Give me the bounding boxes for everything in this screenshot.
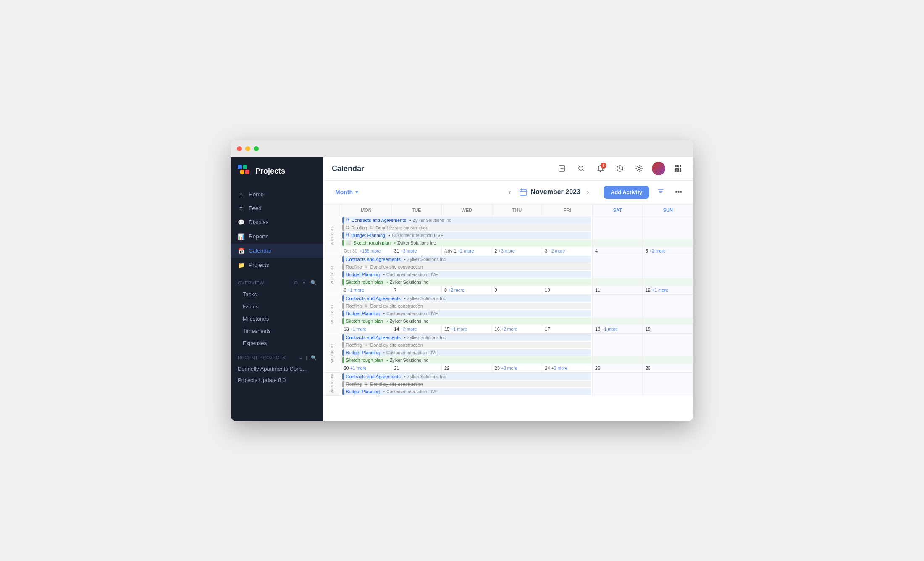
more-link[interactable]: +1 more (350, 366, 367, 371)
event-bar[interactable]: Sketch rough plan • Zylker Solutions Inc (342, 279, 592, 285)
event-bar[interactable]: ⬜ Sketch rough plan • Zylker Solutions I… (342, 240, 592, 246)
sidebar-item-expenses[interactable]: Expenses (231, 337, 323, 349)
clock-icon[interactable] (613, 162, 627, 175)
event-bar[interactable]: Budget Planning • Customer interaction L… (342, 310, 592, 317)
sun-empty3 (643, 310, 693, 317)
recent-item-donnelly[interactable]: Donnelly Apartments Cons… (231, 363, 323, 374)
prev-month-button[interactable]: ‹ (504, 186, 516, 198)
event-bar[interactable]: Sketch rough plan • Zylker Solutions Inc (342, 357, 592, 363)
more-link[interactable]: +1 more (348, 287, 364, 292)
notifications-icon[interactable]: 8 (594, 162, 607, 175)
sidebar-item-discuss[interactable]: 💬 Discuss (231, 215, 323, 229)
event-budget-w45[interactable]: ⠿ Budget Planning • Customer interaction… (341, 232, 593, 239)
close-button[interactable] (237, 146, 242, 151)
filter-icon[interactable] (654, 186, 667, 198)
more-link[interactable]: +2 more (501, 327, 517, 332)
event-roofing-w48[interactable]: Roofing ⇅ Donelley site construction (341, 341, 593, 349)
event-roofing-w46[interactable]: Roofing ⇅ Donelley site construction (341, 263, 593, 271)
sidebar-item-milestones[interactable]: Milestones (231, 313, 323, 325)
more-link[interactable]: +3 more (551, 366, 568, 371)
event-budget-w47[interactable]: Budget Planning • Customer interaction L… (341, 310, 593, 317)
event-bar[interactable]: Roofing ⇅ Donelley site construction (342, 303, 592, 309)
event-bar[interactable]: Contracts and Agreements • Zylker Soluti… (342, 295, 592, 302)
sidebar-item-feed[interactable]: ≡ Feed (231, 201, 323, 215)
add-activity-button[interactable]: Add Activity (604, 186, 649, 199)
recent-search-icon[interactable]: 🔍 (311, 355, 317, 361)
more-link[interactable]: +1 more (451, 327, 467, 332)
sidebar-item-issues[interactable]: Issues (231, 300, 323, 313)
event-budget-w46[interactable]: Budget Planning • Customer interaction L… (341, 271, 593, 278)
event-roofing-w49[interactable]: Roofing ⇅ Donelley site construction (341, 380, 593, 388)
reports-icon: 📊 (238, 233, 244, 240)
recent-item-projects-update[interactable]: Projects Update 8.0 (231, 374, 323, 386)
more-link[interactable]: +2 more (549, 248, 565, 253)
sidebar-item-home[interactable]: ⌂ Home (231, 187, 323, 201)
event-contracts-w46[interactable]: Contracts and Agreements • Zylker Soluti… (341, 255, 593, 263)
more-link[interactable]: +3 more (499, 248, 515, 253)
event-bar[interactable]: ⠿ Budget Planning • Customer interaction… (342, 232, 592, 239)
more-link[interactable]: +1 more (652, 287, 668, 292)
event-bar[interactable]: Contracts and Agreements • Zylker Soluti… (342, 334, 592, 341)
more-link[interactable]: +1 more (350, 327, 367, 332)
settings-icon[interactable]: ≡ (299, 355, 302, 361)
sidebar-item-tasks[interactable]: Tasks (231, 288, 323, 300)
sidebar-nav: ⌂ Home ≡ Feed 💬 Discuss 📊 Reports 📅 (231, 186, 323, 274)
more-link[interactable]: +2 more (458, 248, 474, 253)
event-roofing-w45[interactable]: ⠿ Roofing ⇅ Donelley site construction (341, 224, 593, 232)
event-contracts-w47[interactable]: Contracts and Agreements • Zylker Soluti… (341, 294, 593, 302)
calendar-today-icon[interactable] (517, 186, 529, 198)
maximize-button[interactable] (254, 146, 259, 151)
event-bar[interactable]: Roofing ⇅ Donelley site construction (342, 342, 592, 348)
more-link[interactable]: +2 more (448, 287, 465, 292)
more-options-icon[interactable]: ••• (672, 187, 685, 198)
recent-section-actions: ≡ | 🔍 (299, 355, 317, 361)
event-bar[interactable]: ⠿ Contracts and Agreements • Zylker Solu… (342, 217, 592, 224)
event-bar[interactable]: ⠿ Roofing ⇅ Donelley site construction (342, 224, 592, 231)
event-bar[interactable]: Roofing ⇅ Donelley site construction (342, 263, 592, 270)
event-sketch-w46[interactable]: Sketch rough plan • Zylker Solutions Inc (341, 278, 593, 286)
next-month-button[interactable]: › (582, 186, 594, 198)
chevron-down-icon[interactable]: ▼ (302, 280, 307, 286)
settings-icon[interactable] (633, 162, 646, 175)
more-link[interactable]: +3 more (501, 366, 517, 371)
more-link[interactable]: +2 more (649, 248, 666, 253)
sort-icon: ⇅ (364, 382, 368, 386)
event-roofing-w47[interactable]: Roofing ⇅ Donelley site construction (341, 302, 593, 310)
day-25: 25 (593, 364, 643, 373)
drag-handle-icon: ⠿ (346, 225, 349, 230)
event-bar[interactable]: Roofing ⇅ Donelley site construction (342, 381, 592, 387)
more-link[interactable]: +138 more (360, 248, 381, 253)
avatar[interactable] (652, 162, 665, 175)
event-sketch-w45[interactable]: ⬜ Sketch rough plan • Zylker Solutions I… (341, 239, 593, 247)
event-bar[interactable]: Budget Planning • Customer interaction L… (342, 349, 592, 356)
event-company: Zylker Solutions Inc (390, 279, 428, 284)
calendar-table: MON TUE WED THU FRI SAT SUN (323, 204, 693, 396)
event-contracts-w48[interactable]: Contracts and Agreements • Zylker Soluti… (341, 333, 593, 341)
event-bar[interactable]: Budget Planning • Customer interaction L… (342, 388, 592, 395)
search-icon[interactable] (575, 162, 588, 175)
event-sketch-w47[interactable]: Sketch rough plan • Zylker Solutions Inc (341, 317, 593, 325)
add-icon[interactable] (555, 162, 569, 175)
event-contracts-w45[interactable]: ⠿ Contracts and Agreements • Zylker Solu… (341, 216, 593, 224)
sidebar-item-reports[interactable]: 📊 Reports (231, 229, 323, 244)
event-bar[interactable]: Contracts and Agreements • Zylker Soluti… (342, 256, 592, 263)
view-selector[interactable]: Month ▼ (332, 187, 362, 197)
more-link[interactable]: +1 more (601, 327, 618, 332)
sidebar-item-timesheets[interactable]: Timesheets (231, 325, 323, 337)
minimize-button[interactable] (245, 146, 250, 151)
event-bar[interactable]: Budget Planning • Customer interaction L… (342, 271, 592, 278)
sidebar-item-calendar[interactable]: 📅 Calendar (231, 244, 323, 258)
event-bar[interactable]: Contracts and Agreements • Zylker Soluti… (342, 373, 592, 380)
event-bar[interactable]: Sketch rough plan • Zylker Solutions Inc (342, 318, 592, 324)
sidebar-item-projects[interactable]: 📁 Projects (231, 258, 323, 272)
event-budget-w49[interactable]: Budget Planning • Customer interaction L… (341, 388, 593, 395)
event-contracts-w49[interactable]: Contracts and Agreements • Zylker Soluti… (341, 372, 593, 380)
more-link[interactable]: +3 more (401, 327, 417, 332)
calendar-container[interactable]: MON TUE WED THU FRI SAT SUN (323, 204, 693, 421)
filter-icon[interactable]: ⚙ (294, 280, 299, 286)
more-link[interactable]: +3 more (401, 248, 417, 253)
apps-icon[interactable] (671, 162, 685, 175)
search-icon[interactable]: 🔍 (310, 280, 317, 286)
event-budget-w48[interactable]: Budget Planning • Customer interaction L… (341, 349, 593, 356)
event-sketch-w48[interactable]: Sketch rough plan • Zylker Solutions Inc (341, 356, 593, 364)
